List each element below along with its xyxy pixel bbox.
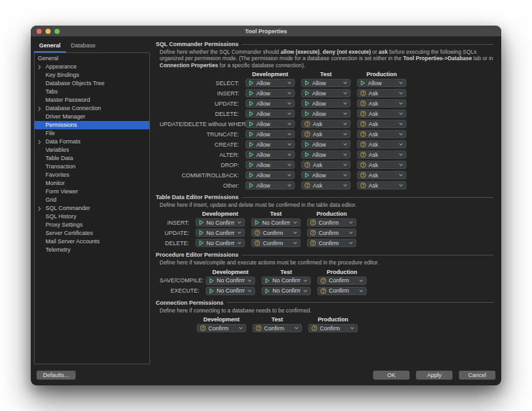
sidebar-item-grid[interactable]: Grid: [35, 196, 149, 204]
insert-production-dropdown[interactable]: ?Confirm: [307, 218, 356, 227]
drop-development-dropdown[interactable]: Allow: [245, 161, 295, 169]
save-compile-production-dropdown[interactable]: ?Confirm: [317, 277, 367, 285]
chevron-down-icon: [343, 143, 347, 146]
select-test-dropdown[interactable]: Allow: [301, 79, 351, 87]
other-production-dropdown[interactable]: ?Ask: [357, 181, 406, 189]
sidebar-item-sql-commander[interactable]: SQL Commander: [35, 204, 149, 213]
update-test-dropdown[interactable]: ?Confirm: [251, 229, 301, 237]
sidebar-item-permissions[interactable]: Permissions: [35, 121, 149, 129]
sidebar-item-general[interactable]: General: [35, 54, 149, 63]
dropdown-value: Confirm: [329, 287, 356, 294]
update-delete-without-where-development-dropdown[interactable]: Allow: [245, 120, 295, 128]
update-production-dropdown[interactable]: ?Ask: [357, 99, 406, 108]
sidebar-list: GeneralAppearanceKey BindingsDatabase Ob…: [34, 52, 150, 364]
chevron-right-icon[interactable]: [38, 140, 41, 145]
drop-production-dropdown[interactable]: ?Ask: [357, 161, 406, 169]
sidebar-item-mail-server-accounts[interactable]: Mail Server Accounts: [35, 238, 149, 246]
tab-database[interactable]: Database: [66, 40, 101, 52]
other-test-dropdown[interactable]: ?Ask: [301, 181, 351, 189]
sidebar-item-form-viewer[interactable]: Form Viewer: [35, 188, 149, 196]
update-production-dropdown[interactable]: ?Confirm: [307, 229, 356, 237]
sidebar-item-sql-history[interactable]: SQL History: [35, 213, 149, 221]
delete-test-dropdown[interactable]: ?Confirm: [251, 239, 301, 247]
truncate-production-dropdown[interactable]: ?Ask: [357, 130, 406, 138]
ok-button[interactable]: OK: [373, 371, 410, 380]
alter-development-dropdown[interactable]: Allow: [245, 150, 295, 159]
execute-development-dropdown[interactable]: No Confirm: [206, 287, 255, 295]
insert-production-dropdown[interactable]: ?Ask: [357, 89, 406, 97]
column-header-test: Test: [253, 316, 302, 323]
select-production-dropdown[interactable]: Allow: [357, 79, 406, 87]
create-development-dropdown[interactable]: Allow: [245, 140, 295, 149]
dropdown-value: Allow: [256, 141, 285, 148]
sidebar-item-database-objects-tree[interactable]: Database Objects Tree: [35, 79, 149, 88]
permissions-grid: DevelopmentTestProductionSAVE/COMPILE:No…: [160, 269, 494, 295]
insert-development-dropdown[interactable]: Allow: [245, 89, 295, 97]
sidebar-item-data-formats[interactable]: Data Formats: [35, 138, 149, 146]
update-delete-without-where-production-dropdown[interactable]: ?Ask: [357, 120, 406, 128]
select-development-dropdown[interactable]: Allow: [245, 79, 295, 87]
delete-production-dropdown[interactable]: ?Ask: [357, 109, 406, 118]
update-test-dropdown[interactable]: Allow: [301, 99, 351, 108]
sidebar-item-label: Database Objects Tree: [46, 80, 104, 86]
close-button[interactable]: [37, 29, 42, 34]
tab-general[interactable]: General: [34, 40, 66, 52]
truncate-test-dropdown[interactable]: ?Ask: [301, 130, 351, 138]
execute-production-dropdown[interactable]: ?Confirm: [317, 287, 367, 295]
zoom-button[interactable]: [54, 29, 60, 34]
minimize-button[interactable]: [46, 29, 51, 34]
truncate-development-dropdown[interactable]: Allow: [245, 130, 295, 138]
connection-permissions-test-dropdown[interactable]: ?Confirm: [253, 324, 302, 332]
delete-production-dropdown[interactable]: ?Confirm: [307, 239, 356, 247]
update-development-dropdown[interactable]: Allow: [245, 99, 295, 108]
sidebar-item-transaction[interactable]: Transaction: [35, 163, 149, 171]
create-test-dropdown[interactable]: Allow: [301, 140, 351, 149]
insert-development-dropdown[interactable]: No Confirm: [195, 218, 245, 227]
column-header-test: Test: [251, 211, 301, 217]
sidebar-item-key-bindings[interactable]: Key Bindings: [35, 71, 149, 79]
commit-rollback-test-dropdown[interactable]: Allow: [301, 171, 351, 179]
sidebar-item-file[interactable]: File: [35, 129, 149, 138]
other-development-dropdown[interactable]: Allow: [245, 181, 295, 189]
chevron-down-icon: [247, 289, 252, 293]
sidebar-item-proxy-settings[interactable]: Proxy Settings: [35, 221, 149, 229]
sidebar-item-database-connection[interactable]: Database Connection: [35, 104, 149, 113]
sidebar-item-server-certificates[interactable]: Server Certificates: [35, 229, 149, 238]
sidebar-item-table-data[interactable]: Table Data: [35, 154, 149, 163]
defaults-button[interactable]: Defaults...: [37, 371, 76, 380]
sidebar-item-telemetry[interactable]: Telemetry: [35, 246, 149, 254]
insert-test-dropdown[interactable]: No Confirm: [251, 218, 301, 227]
alter-production-dropdown[interactable]: ?Ask: [357, 150, 406, 159]
permission-row: CREATE:AllowAllow?Ask: [160, 140, 494, 149]
sidebar-item-master-password[interactable]: Master Password: [35, 96, 149, 104]
delete-test-dropdown[interactable]: Allow: [301, 109, 351, 118]
sidebar-item-tabs[interactable]: Tabs: [35, 88, 149, 96]
dropdown-value: Confirm: [319, 230, 346, 236]
connection-permissions-development-dropdown[interactable]: ?Confirm: [197, 324, 246, 332]
question-circle-icon: ?: [360, 121, 366, 127]
sidebar-item-favorites[interactable]: Favorites: [35, 171, 149, 179]
update-development-dropdown[interactable]: No Confirm: [195, 229, 245, 237]
connection-permissions-production-dropdown[interactable]: ?Confirm: [308, 324, 358, 332]
save-compile-development-dropdown[interactable]: No Confirm: [206, 277, 255, 285]
save-compile-test-dropdown[interactable]: No Confirm: [262, 277, 311, 285]
commit-rollback-development-dropdown[interactable]: Allow: [245, 171, 295, 179]
insert-test-dropdown[interactable]: Allow: [301, 89, 351, 97]
chevron-right-icon[interactable]: [38, 65, 41, 70]
create-production-dropdown[interactable]: ?Ask: [357, 140, 406, 149]
chevron-right-icon[interactable]: [38, 206, 41, 211]
apply-button[interactable]: Apply: [416, 371, 453, 380]
chevron-right-icon[interactable]: [38, 106, 41, 111]
drop-test-dropdown[interactable]: ?Ask: [301, 161, 351, 169]
alter-test-dropdown[interactable]: Allow: [301, 150, 351, 159]
update-delete-without-where-test-dropdown[interactable]: ?Ask: [301, 120, 351, 128]
delete-development-dropdown[interactable]: No Confirm: [195, 239, 245, 247]
sidebar-item-variables[interactable]: Variables: [35, 146, 149, 154]
sidebar-item-monitor[interactable]: Monitor: [35, 179, 149, 188]
execute-test-dropdown[interactable]: No Confirm: [262, 287, 311, 295]
delete-development-dropdown[interactable]: Allow: [245, 109, 295, 118]
sidebar-item-driver-manager[interactable]: Driver Manager: [35, 113, 149, 121]
cancel-button[interactable]: Cancel: [459, 371, 495, 380]
commit-rollback-production-dropdown[interactable]: ?Ask: [357, 171, 406, 179]
sidebar-item-appearance[interactable]: Appearance: [35, 63, 149, 71]
